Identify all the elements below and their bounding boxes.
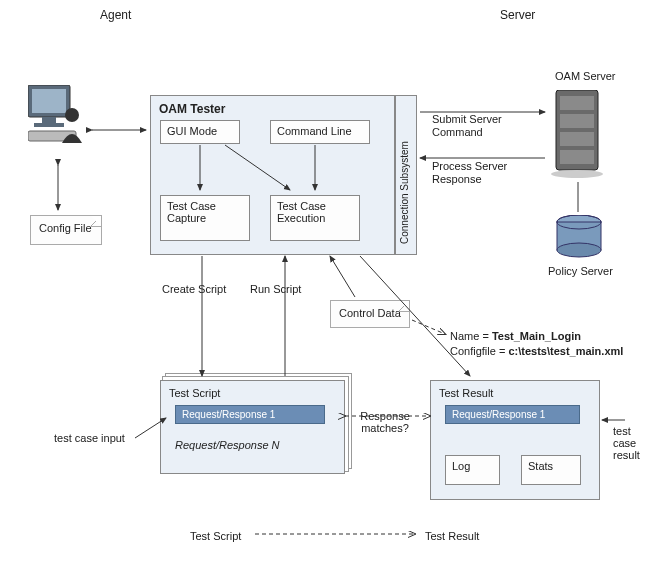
name-value: Test_Main_Login (492, 330, 581, 342)
test-case-result-label: test case result (613, 425, 653, 461)
svg-rect-2 (42, 117, 56, 123)
log-label: Log (452, 460, 470, 472)
test-case-execution-label: Test Case Execution (277, 200, 326, 224)
svg-point-11 (551, 170, 603, 178)
config-value: c:\tests\test_main.xml (508, 345, 623, 357)
control-data-note: Control Data (330, 300, 410, 328)
config-file-note: Config File (30, 215, 102, 245)
req-resp-n: Request/Response N (175, 439, 280, 451)
gui-mode-label: GUI Mode (167, 125, 217, 137)
response-matches-label: Response matches? (355, 410, 415, 434)
svg-rect-9 (560, 132, 594, 146)
test-case-capture-label: Test Case Capture (167, 200, 216, 224)
test-result-title: Test Result (439, 387, 493, 399)
req-resp-1-result: Request/Response 1 (445, 405, 580, 424)
svg-point-5 (65, 108, 79, 122)
run-script-label: Run Script (250, 283, 301, 295)
test-result-box: Test Result Request/Response 1 Log Stats (430, 380, 600, 500)
connection-subsystem-box: Connection Subsystem (395, 95, 417, 255)
footer-test-script: Test Script (190, 530, 241, 542)
svg-rect-8 (560, 114, 594, 128)
config-prefix: Configfile = (450, 345, 508, 357)
command-line-label: Command Line (277, 125, 352, 137)
svg-rect-10 (560, 150, 594, 164)
submit-cmd-label: Submit Server Command (432, 113, 512, 139)
test-script-box: Test Script Request/Response 1 Request/R… (160, 380, 345, 474)
detail-config-line: Configfile = c:\tests\test_main.xml (450, 345, 623, 357)
name-prefix: Name = (450, 330, 492, 342)
agent-heading: Agent (100, 8, 131, 22)
test-case-execution-box: Test Case Execution (270, 195, 360, 241)
config-file-label: Config File (39, 222, 92, 234)
create-script-label: Create Script (162, 283, 226, 295)
process-resp-label: Process Server Response (432, 160, 517, 186)
server-tower-icon (550, 90, 605, 182)
oam-tester-title: OAM Tester (159, 102, 225, 116)
connection-subsystem-label: Connection Subsystem (399, 114, 410, 244)
svg-rect-3 (34, 123, 64, 127)
footer-test-result: Test Result (425, 530, 479, 542)
svg-line-27 (412, 320, 445, 334)
svg-line-26 (330, 256, 355, 297)
log-box: Log (445, 455, 500, 485)
svg-point-14 (557, 243, 601, 257)
test-script-title: Test Script (169, 387, 220, 399)
req-resp-1-script: Request/Response 1 (175, 405, 325, 424)
server-heading: Server (500, 8, 535, 22)
stats-label: Stats (528, 460, 553, 472)
command-line-box: Command Line (270, 120, 370, 144)
policy-server-label: Policy Server (548, 265, 613, 277)
svg-rect-1 (32, 89, 66, 113)
gui-mode-box: GUI Mode (160, 120, 240, 144)
test-case-input-label: test case input (54, 432, 125, 444)
database-cylinder-icon (555, 215, 603, 262)
stats-box: Stats (521, 455, 581, 485)
control-data-label: Control Data (339, 307, 401, 319)
svg-rect-7 (560, 96, 594, 110)
detail-name-line: Name = Test_Main_Login (450, 330, 581, 342)
test-case-capture-box: Test Case Capture (160, 195, 250, 241)
workstation-icon (28, 85, 88, 162)
oam-server-label: OAM Server (555, 70, 616, 82)
